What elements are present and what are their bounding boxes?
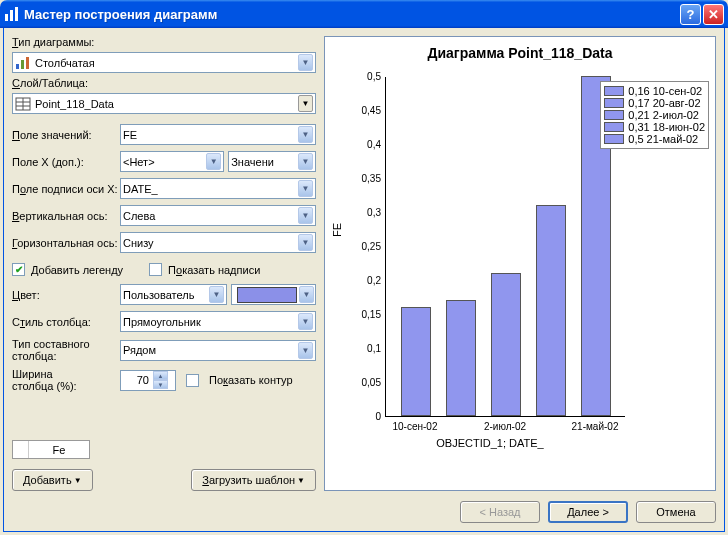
vert-axis-label: Вертикальная ось: [12,210,120,222]
chevron-down-icon: ▼ [298,95,313,112]
svg-rect-3 [16,64,19,69]
svg-rect-2 [15,7,18,21]
y-tick: 0,25 [355,241,381,252]
bar [401,307,431,416]
next-button[interactable]: Далее > [548,501,628,523]
x-field-label: Поле X (доп.): [12,156,120,168]
x-tick: 2-июл-02 [475,421,535,432]
legend-item: 0,5 21-май-02 [604,133,705,145]
bar-width-input[interactable] [121,374,153,386]
x-field-combo[interactable]: <Нет>▼ [120,151,224,172]
svg-rect-0 [5,14,8,21]
horiz-axis-combo[interactable]: Снизу▼ [120,232,316,253]
chevron-down-icon: ▼ [206,153,221,170]
chevron-down-icon: ▼ [299,286,314,303]
chevron-down-icon: ▼ [298,54,313,71]
show-labels-label: Показать надписи [168,264,260,276]
x-tick: 21-май-02 [565,421,625,432]
x-axis-label-combo[interactable]: DATE_▼ [120,178,316,199]
bar-chart-icon [15,55,31,71]
svg-rect-5 [26,57,29,69]
bar-style-combo[interactable]: Прямоугольник▼ [120,311,316,332]
y-tick: 0 [355,411,381,422]
chevron-down-icon: ▼ [297,476,305,485]
legend-item: 0,16 10-сен-02 [604,85,705,97]
color-mode-combo[interactable]: Пользователь▼ [120,284,227,305]
chart-legend: 0,16 10-сен-020,17 20-авг-020,21 2-июл-0… [600,81,709,149]
chart-type-combo[interactable]: Столбчатая ▼ [12,52,316,73]
multi-bar-combo[interactable]: Рядом▼ [120,340,316,361]
svg-rect-4 [21,60,24,69]
chevron-down-icon: ▼ [298,153,313,170]
close-button[interactable]: ✕ [703,4,724,25]
svg-rect-1 [10,10,13,21]
bar [491,273,521,416]
chevron-down-icon: ▼ [298,207,313,224]
chevron-down-icon: ▼ [298,234,313,251]
chevron-down-icon: ▼ [298,313,313,330]
y-tick: 0,4 [355,139,381,150]
help-button[interactable]: ? [680,4,701,25]
settings-panel: Тип диаграммы: Столбчатая ▼ Слой/Таблица… [12,36,316,491]
horiz-axis-label: Горизонтальная ось: [12,237,120,249]
bar-width-spinner[interactable]: ▲▼ [120,370,176,391]
client-area: Тип диаграммы: Столбчатая ▼ Слой/Таблица… [3,28,725,532]
y-tick: 0,35 [355,173,381,184]
chevron-down-icon: ▼ [74,476,82,485]
layer-label: Слой/Таблица: [12,77,316,89]
color-label: Цвет: [12,289,120,301]
color-swatch [237,287,297,303]
x-field-extra-combo[interactable]: Значени▼ [228,151,316,172]
bar-width-label: Ширинастолбца (%): [12,368,120,392]
bar [446,300,476,416]
app-icon [4,6,20,22]
spin-down-icon[interactable]: ▼ [153,380,168,389]
vert-axis-combo[interactable]: Слева▼ [120,205,316,226]
bar-style-label: Стиль столбца: [12,316,120,328]
back-button[interactable]: < Назад [460,501,540,523]
x-axis-label-label: Поле подписи оси X: [12,183,120,195]
legend-item: 0,21 2-июл-02 [604,109,705,121]
window-title: Мастер построения диаграмм [24,7,680,22]
chevron-down-icon: ▼ [298,342,313,359]
y-tick: 0,1 [355,343,381,354]
table-icon [15,96,31,112]
y-tick: 0,5 [355,71,381,82]
chevron-down-icon: ▼ [298,180,313,197]
chart-preview: Диаграмма Point_118_Data FE 00,050,10,15… [324,36,716,491]
value-field-combo[interactable]: FE▼ [120,124,316,145]
add-button[interactable]: Добавить▼ [12,469,93,491]
show-outline-label: Показать контур [209,374,293,386]
spin-up-icon[interactable]: ▲ [153,371,168,380]
show-labels-checkbox[interactable] [149,263,162,276]
add-legend-label: Добавить легенду [31,264,123,276]
add-legend-checkbox[interactable]: ✔ [12,263,25,276]
legend-item: 0,31 18-июн-02 [604,121,705,133]
chart-title: Диаграмма Point_118_Data [325,45,715,61]
y-tick: 0,45 [355,105,381,116]
y-tick: 0,05 [355,377,381,388]
series-tab[interactable]: Fe [12,440,90,459]
series-swatch [13,441,29,458]
legend-item: 0,17 20-авг-02 [604,97,705,109]
titlebar: Мастер построения диаграмм ? ✕ [0,0,728,28]
plot-area [385,77,625,417]
show-outline-checkbox[interactable] [186,374,199,387]
wizard-footer: < Назад Далее > Отмена [12,491,716,523]
value-field-label: Поле значений: [12,129,120,141]
y-tick: 0,15 [355,309,381,320]
chevron-down-icon: ▼ [298,126,313,143]
cancel-button[interactable]: Отмена [636,501,716,523]
chart-type-label: Тип диаграммы: [12,36,316,48]
chevron-down-icon: ▼ [209,286,224,303]
bar [536,205,566,416]
layer-combo[interactable]: Point_118_Data ▼ [12,93,316,114]
multi-bar-label: Тип составногостолбца: [12,338,120,362]
y-tick: 0,2 [355,275,381,286]
color-picker[interactable]: ▼ [231,284,316,305]
y-axis-label: FE [331,223,343,237]
x-axis-label: OBJECTID_1; DATE_ [355,437,625,449]
x-tick: 10-сен-02 [385,421,445,432]
y-tick: 0,3 [355,207,381,218]
load-template-button[interactable]: Загрузить шаблон▼ [191,469,316,491]
